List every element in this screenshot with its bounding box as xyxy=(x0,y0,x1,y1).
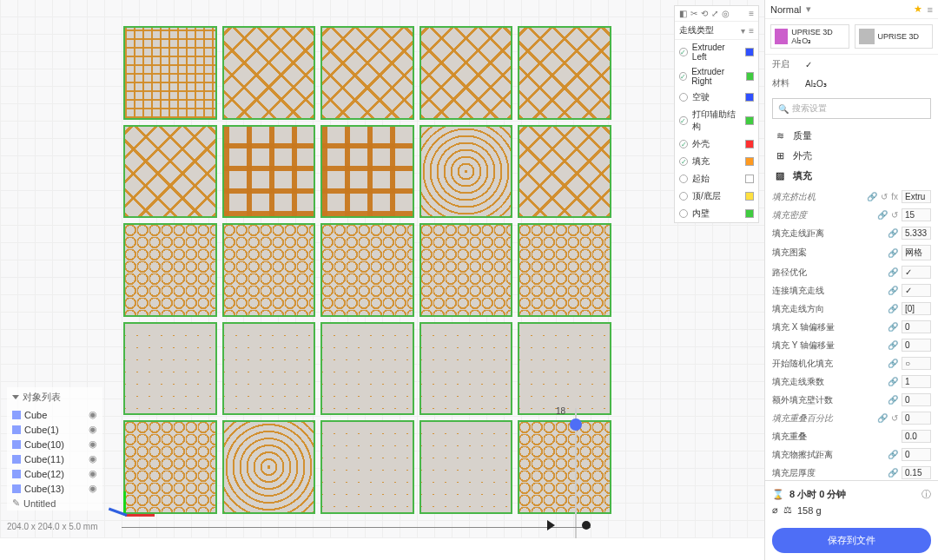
setting-indicator-icon[interactable]: 🔗 xyxy=(877,413,888,423)
setting-indicator-icon[interactable]: fx xyxy=(891,192,898,201)
profile-selector[interactable]: Normal ▾ ★ ≡ xyxy=(765,0,938,19)
layer-slider[interactable]: 18 xyxy=(570,408,582,538)
legend-checkbox[interactable] xyxy=(679,192,688,201)
material-value[interactable]: Al₂O₃ xyxy=(805,79,827,89)
infill-tile[interactable] xyxy=(222,26,316,120)
info-icon[interactable]: ⓘ xyxy=(921,488,931,501)
setting-value[interactable]: Extru xyxy=(902,190,931,203)
legend-checkbox[interactable]: ✓ xyxy=(679,140,688,148)
visibility-icon[interactable]: ◉ xyxy=(89,468,97,479)
setting-indicator-icon[interactable]: ↺ xyxy=(881,192,888,201)
layer-slider-knob[interactable] xyxy=(570,418,582,431)
object-list-header[interactable]: 对象列表 xyxy=(7,387,102,407)
infill-tile[interactable] xyxy=(518,125,611,219)
infill-tile[interactable] xyxy=(320,322,414,416)
legend-item[interactable]: 内壁 xyxy=(675,205,758,222)
setting-indicator-icon[interactable]: 🔗 xyxy=(888,304,898,313)
visibility-icon[interactable]: ◉ xyxy=(89,409,97,420)
infill-tile[interactable] xyxy=(320,125,414,219)
legend-item[interactable]: ✓Extruder Left xyxy=(675,40,758,64)
visibility-icon[interactable]: ◉ xyxy=(89,438,97,450)
setting-indicator-icon[interactable]: 🔗 xyxy=(867,192,877,201)
setting-indicator-icon[interactable]: 🔗 xyxy=(888,340,898,350)
infill-tile[interactable] xyxy=(518,223,611,317)
category-填充[interactable]: ▨填充 xyxy=(765,166,938,186)
setting-value[interactable]: 5.333 xyxy=(902,227,931,240)
setting-value[interactable]: 网格 xyxy=(902,245,931,260)
setting-indicator-icon[interactable]: 🔗 xyxy=(888,322,898,332)
setting-value[interactable]: 0.0 xyxy=(902,430,931,443)
setting-indicator-icon[interactable]: 🔗 xyxy=(888,450,898,459)
object-list-item[interactable]: Cube(13)◉ xyxy=(7,481,102,496)
timeline-end-knob[interactable] xyxy=(582,521,591,530)
legend-checkbox[interactable] xyxy=(679,209,688,218)
infill-tile[interactable] xyxy=(123,26,217,120)
infill-tile[interactable] xyxy=(518,322,611,416)
file-name[interactable]: ✎ Untitled xyxy=(7,496,102,511)
infill-tile[interactable] xyxy=(419,125,513,219)
view-icon[interactable]: ✂ xyxy=(690,9,697,18)
setting-value[interactable]: 0 xyxy=(902,320,931,333)
setting-value[interactable]: ✓ xyxy=(902,284,931,297)
view-icon[interactable]: ⤢ xyxy=(711,9,718,18)
setting-indicator-icon[interactable]: 🔗 xyxy=(888,228,898,238)
setting-value[interactable]: 0 xyxy=(902,448,931,461)
setting-value[interactable]: ✓ xyxy=(902,266,931,279)
legend-item[interactable]: ✓打印辅助结构 xyxy=(675,106,758,135)
object-list-item[interactable]: Cube◉ xyxy=(7,407,102,422)
infill-tile[interactable] xyxy=(518,26,611,120)
infill-tile[interactable] xyxy=(419,420,513,514)
printer-tab[interactable]: UPRISE 3D xyxy=(855,24,934,49)
visibility-icon[interactable]: ◉ xyxy=(89,483,97,494)
visibility-icon[interactable]: ◉ xyxy=(89,424,97,435)
object-list-item[interactable]: Cube(12)◉ xyxy=(7,466,102,481)
legend-checkbox[interactable]: ✓ xyxy=(679,72,687,81)
viewport[interactable]: 对象列表 Cube◉Cube(1)◉Cube(10)◉Cube(11)◉Cube… xyxy=(0,0,764,538)
setting-indicator-icon[interactable]: ↺ xyxy=(891,413,898,423)
infill-tile[interactable] xyxy=(222,223,316,317)
setting-indicator-icon[interactable]: 🔗 xyxy=(888,377,898,386)
legend-item[interactable]: ✓Extruder Right xyxy=(675,64,758,89)
setting-value[interactable]: 15 xyxy=(902,208,931,221)
infill-tile[interactable] xyxy=(320,420,414,514)
legend-item[interactable]: ✓填充 xyxy=(675,153,758,170)
infill-tile[interactable] xyxy=(123,223,217,317)
line-type-dropdown[interactable]: 走线类型 ▾ ≡ xyxy=(675,22,758,40)
setting-value[interactable]: 0 xyxy=(902,412,931,425)
setting-indicator-icon[interactable]: 🔗 xyxy=(888,395,898,405)
view-icon[interactable]: ⟲ xyxy=(701,9,708,18)
enable-toggle[interactable]: ✓ xyxy=(805,60,812,69)
legend-checkbox[interactable] xyxy=(679,175,688,183)
setting-value[interactable]: 0.15 xyxy=(902,466,931,479)
setting-indicator-icon[interactable]: 🔗 xyxy=(888,248,898,258)
infill-tile[interactable] xyxy=(518,420,611,514)
legend-checkbox[interactable]: ✓ xyxy=(679,157,688,166)
legend-item[interactable]: 起始 xyxy=(675,170,758,188)
setting-value[interactable]: 0 xyxy=(902,339,931,352)
legend-checkbox[interactable]: ✓ xyxy=(679,48,688,56)
object-list-item[interactable]: Cube(11)◉ xyxy=(7,451,102,466)
setting-indicator-icon[interactable]: 🔗 xyxy=(888,267,898,277)
timeline-slider[interactable] xyxy=(122,524,591,532)
menu-icon[interactable]: ≡ xyxy=(749,9,754,18)
infill-tile[interactable] xyxy=(320,223,414,317)
star-icon[interactable]: ★ xyxy=(914,3,922,15)
category-外壳[interactable]: ⊞外壳 xyxy=(765,146,938,166)
play-icon[interactable] xyxy=(547,520,555,530)
legend-item[interactable]: ✓外壳 xyxy=(675,135,758,153)
infill-tile[interactable] xyxy=(123,322,217,416)
setting-indicator-icon[interactable]: 🔗 xyxy=(877,210,888,220)
search-input[interactable]: 🔍 搜索设置 xyxy=(772,98,931,119)
setting-value[interactable]: ○ xyxy=(902,357,931,370)
setting-value[interactable]: [0] xyxy=(902,302,931,315)
view-icon[interactable]: ◧ xyxy=(679,9,687,18)
object-list-item[interactable]: Cube(10)◉ xyxy=(7,437,102,451)
infill-tile[interactable] xyxy=(222,125,316,219)
menu-icon[interactable]: ≡ xyxy=(928,4,933,15)
legend-checkbox[interactable]: ✓ xyxy=(679,116,688,125)
setting-value[interactable]: 0 xyxy=(902,393,931,406)
legend-item[interactable]: 顶/底层 xyxy=(675,188,758,205)
setting-indicator-icon[interactable]: 🔗 xyxy=(888,286,898,295)
infill-tile[interactable] xyxy=(222,322,316,416)
infill-tile[interactable] xyxy=(320,26,414,120)
